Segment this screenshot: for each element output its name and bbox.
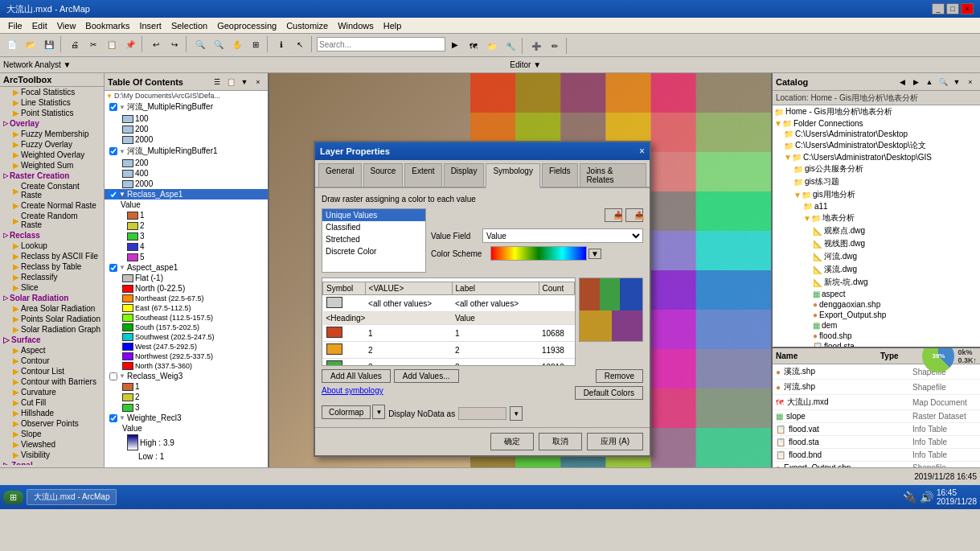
toc-southeast[interactable]: Southeast (112.5-157.5) [105,313,268,323]
toc-ring-200[interactable]: 200 [105,124,268,134]
layer-properties-dialog[interactable]: Layer Properties × General Source Extent… [314,141,651,457]
pan-btn[interactable]: ✋ [228,36,246,52]
identify-btn[interactable]: ℹ [273,36,290,52]
section-zonal[interactable]: ▷ Zonal [0,460,104,465]
toolbox-slope[interactable]: ▶ Slope [0,429,104,439]
cat-export-output[interactable]: ● Export_Output.shp [773,310,980,320]
remove-btn[interactable]: Remove [596,369,643,383]
value-field-select[interactable]: Value [482,228,643,243]
cat-xiliu[interactable]: 📐 溪流.dwg [773,263,980,276]
nodata-dropdown[interactable]: ▼ [510,406,523,421]
cat-desktop-gis[interactable]: ▼📁 C:\Users\Administrator\Desktop\GIS [773,152,980,162]
row-3[interactable]: 3 3 10810 [323,359,575,367]
section-solar-radiation[interactable]: ▷ Solar Radiation [0,293,104,303]
zoom-out-btn[interactable]: 🔍 [210,36,228,52]
menu-edit[interactable]: Edit [27,19,52,32]
open-btn[interactable]: 📂 [22,36,39,52]
full-extent-btn[interactable]: ⊞ [247,36,264,52]
color-scheme-bar[interactable] [490,246,587,261]
toolbox-weighted-overlay[interactable]: ▶ Weighted Overlay [0,150,104,160]
toc-checkbox-reclass-aspe1[interactable] [109,191,117,199]
toc-river-ring-group[interactable]: ▼ 河流_MultipleRingBuffer [105,101,268,113]
colormap-btn[interactable]: Colormap [322,405,371,419]
new-btn[interactable]: 📄 [3,36,21,52]
about-symbology-link[interactable]: About symbology [322,386,383,400]
toolbox-weighted-sum[interactable]: ▶ Weighted Sum [0,160,104,171]
search-input[interactable] [317,37,445,51]
nodata-color-swatch[interactable] [458,407,506,420]
start-button[interactable]: ⊞ [3,491,23,504]
add-values-btn[interactable]: Add Values... [394,369,459,383]
menu-insert[interactable]: Insert [134,19,166,32]
toolbox-viewshed[interactable]: ▶ Viewshed [0,439,104,450]
ok-btn[interactable]: 确定 [490,433,534,450]
catalog-forward-btn[interactable]: ▶ [909,76,922,88]
paste-btn[interactable]: 📌 [121,36,139,52]
toolbox-reclass-ascii[interactable]: ▶ Reclass by ASCII File [0,251,104,261]
file-flood-vat[interactable]: 📋 flood.vat Info Table [773,423,980,436]
tab-source[interactable]: Source [363,163,404,187]
catalog-back-btn[interactable]: ◀ [896,76,908,88]
cat-flood-shp[interactable]: ● flood.shp [773,331,980,341]
toolbox-create-normal[interactable]: ▶ Create Normal Raste [0,200,104,211]
toolbox-contour-barriers[interactable]: ▶ Contour with Barriers [0,376,104,387]
toolbox-observer[interactable]: ▶ Observer Points [0,418,104,429]
toolbox-cut-fill[interactable]: ▶ Cut Fill [0,397,104,408]
row-2[interactable]: 2 2 11938 [323,342,575,359]
menu-selection[interactable]: Selection [166,19,212,32]
tab-display[interactable]: Display [444,163,485,187]
cat-desktop-lunwen[interactable]: 📁 C:\Users\Administrator\Desktop\论文 [773,139,980,152]
toc-checkbox-river-ring[interactable] [109,103,117,111]
toc-ring-100[interactable]: 100 [105,113,268,124]
toc-northwest[interactable]: Northwest (292.5-337.5) [105,352,268,361]
section-raster-creation[interactable]: ▷ Raster Creation [0,171,104,181]
sym-unique-values[interactable]: Unique Values [322,209,425,221]
import-symbology-btn[interactable]: 📥 [605,208,622,222]
sym-classified[interactable]: Classified [322,221,425,233]
file-export-output[interactable]: ● Export_Output.shp Shapefile [773,462,980,467]
cancel-btn[interactable]: 取消 [539,433,582,450]
file-slope[interactable]: ▦ slope Raster Dataset [773,410,980,423]
dialog-close-btn[interactable]: × [639,146,645,157]
toolbox-aspect[interactable]: ▶ Aspect [0,345,104,356]
toc-val-1[interactable]: 1 [105,210,268,220]
toc-options[interactable]: ▼ [238,76,251,88]
toolbox-point-statistics[interactable]: ▶ Point Statistics [0,108,104,118]
cat-flood-sta[interactable]: 📋 flood.sta [773,341,980,347]
toc-val-3[interactable]: 3 [105,231,268,241]
copy-btn[interactable]: 📋 [103,36,121,52]
toolbox-hillshade[interactable]: ▶ Hillshade [0,408,104,418]
save-btn[interactable]: 💾 [40,36,58,52]
toolbox-fuzzy-overlay[interactable]: ▶ Fuzzy Overlay [0,139,104,150]
cat-home[interactable]: 📁 Home - Gis用地分析\地表分析 [773,105,980,118]
arcmap-btn[interactable]: 🗺 [465,38,482,54]
toolbox-curvature[interactable]: ▶ Curvature [0,387,104,397]
cat-denggaoxian[interactable]: ● denggaoxian.shp [773,299,980,310]
menu-windows[interactable]: Windows [333,19,379,32]
toolbox-solar-graph[interactable]: ▶ Solar Radiation Graph [0,324,104,335]
cat-guanchadian[interactable]: 📐 观察点.dwg [773,224,980,237]
toc-flat[interactable]: Flat (-1) [105,273,268,283]
toc-east[interactable]: East (67.5-112.5) [105,303,268,313]
close-btn[interactable]: × [961,3,974,14]
catalog-search-btn[interactable]: 🔍 [937,76,949,88]
cat-aspect-raster[interactable]: ▦ aspect [773,289,980,299]
export-symbology-btn[interactable]: 📤 [625,208,643,222]
cat-gis-land[interactable]: ▼📁 gis用地分析 [773,188,980,201]
toc-reclass-aspe1[interactable]: ▼ Reclass_Aspe1 [105,189,268,199]
toc-aspect-aspe1[interactable]: ▼ Aspect_aspe1 [105,262,268,273]
catalog-options-btn[interactable]: ▼ [950,76,963,88]
tab-joins-relates[interactable]: Joins & Relates [580,163,646,187]
print-btn[interactable]: 🖨 [66,36,84,52]
toc-rw-1[interactable]: 1 [105,381,268,392]
toc-west[interactable]: West (247.5-292.5) [105,342,268,352]
toc-checkbox-weighte[interactable] [109,414,117,422]
toc-ring-2000[interactable]: 2000 [105,134,268,145]
toc-northeast[interactable]: Northeast (22.5-67.5) [105,294,268,303]
tab-fields[interactable]: Fields [542,163,578,187]
toc-list-view[interactable]: ☰ [211,76,223,88]
maximize-btn[interactable]: □ [946,3,959,14]
toolbox-visibility[interactable]: ▶ Visibility [0,450,104,460]
toc-rw-3[interactable]: 3 [105,402,268,413]
toc-ring1-200[interactable]: 200 [105,158,268,168]
